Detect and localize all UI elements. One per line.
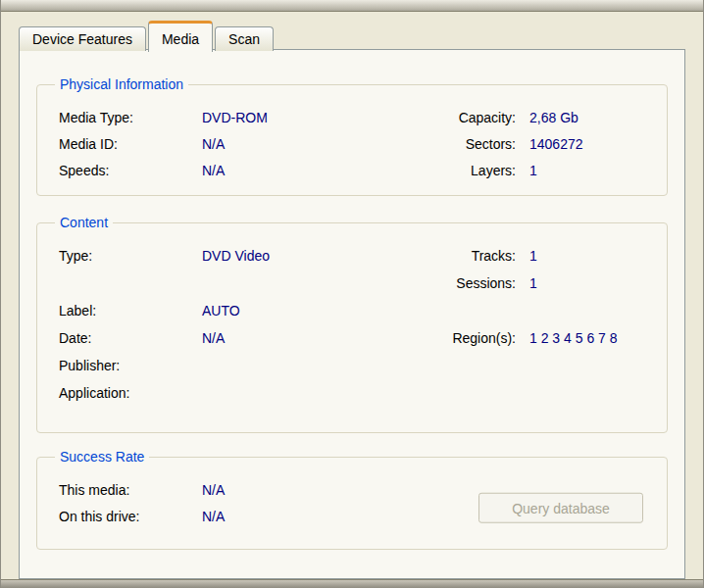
media-id-value: N/A	[202, 136, 410, 152]
tab-device-features[interactable]: Device Features	[19, 26, 146, 51]
media-tab-page: Physical Information Media Type: DVD-ROM…	[19, 49, 685, 579]
publisher-label: Publisher:	[59, 358, 202, 373]
success-rate-group: Success Rate This media: N/A On this dri…	[36, 449, 668, 550]
capacity-label: Capacity:	[410, 110, 529, 125]
physical-information-title: Physical Information	[55, 76, 188, 92]
regions-value: 1 2 3 4 5 6 7 8	[529, 330, 645, 346]
media-type-value: DVD-ROM	[202, 110, 410, 125]
this-media-label: This media:	[59, 482, 202, 498]
sessions-value: 1	[529, 275, 645, 291]
date-value: N/A	[202, 330, 410, 346]
physical-information-fields: Media Type: DVD-ROM Capacity: 2,68 Gb Me…	[49, 100, 655, 183]
query-database-button[interactable]: Query database	[478, 493, 643, 523]
window-bottom-edge	[1, 579, 703, 588]
content-title: Content	[55, 215, 113, 230]
window-top-edge	[1, 0, 703, 12]
media-type-label: Media Type:	[59, 110, 202, 125]
layers-label: Layers:	[410, 163, 529, 178]
on-this-drive-label: On this drive:	[59, 509, 202, 524]
sectors-label: Sectors:	[410, 136, 529, 152]
label-value: AUTO	[202, 303, 410, 318]
label-label: Label:	[59, 303, 202, 318]
speeds-label: Speeds:	[59, 163, 202, 178]
success-rate-title: Success Rate	[55, 449, 149, 465]
type-value: DVD Video	[202, 248, 410, 264]
capacity-value: 2,68 Gb	[529, 110, 645, 125]
dialog-window: Device Features Media Scan Physical Info…	[0, 0, 704, 588]
layers-value: 1	[529, 163, 645, 178]
tab-bar: Device Features Media Scan	[19, 19, 276, 50]
speeds-value: N/A	[202, 163, 410, 178]
media-id-label: Media ID:	[59, 136, 202, 152]
tab-media[interactable]: Media	[148, 21, 213, 52]
sectors-value: 1406272	[529, 136, 645, 152]
sessions-label: Sessions:	[410, 275, 529, 291]
application-label: Application:	[59, 385, 202, 401]
physical-information-group: Physical Information Media Type: DVD-ROM…	[36, 76, 668, 196]
tab-scan[interactable]: Scan	[215, 26, 274, 51]
tracks-value: 1	[529, 248, 645, 264]
regions-label: Region(s):	[410, 330, 529, 346]
tracks-label: Tracks:	[410, 248, 529, 264]
content-group: Content Type: DVD Video Tracks: 1 Sessio…	[36, 215, 668, 433]
date-label: Date:	[59, 330, 202, 346]
content-fields: Type: DVD Video Tracks: 1 Sessions: 1 La…	[49, 238, 655, 420]
type-label: Type:	[59, 248, 202, 264]
